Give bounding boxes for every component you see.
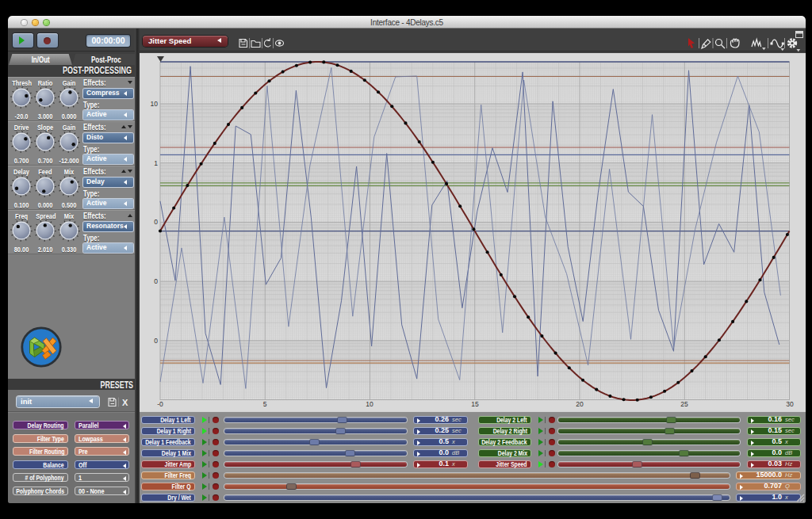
svg-text:10: 10 [151,100,159,108]
svg-text:1: 1 [154,159,158,167]
svg-text:-0: -0 [157,400,163,408]
svg-text:25: 25 [680,400,688,408]
svg-text:0: 0 [154,277,158,285]
svg-text:X: X [122,398,128,407]
svg-text:10: 10 [366,400,373,408]
svg-text:15: 15 [471,400,479,408]
svg-text:0: 0 [154,218,158,226]
svg-text:0: 0 [154,337,158,345]
svg-text:30: 30 [786,400,794,408]
svg-text:5: 5 [263,400,267,408]
svg-text:20: 20 [576,400,584,408]
